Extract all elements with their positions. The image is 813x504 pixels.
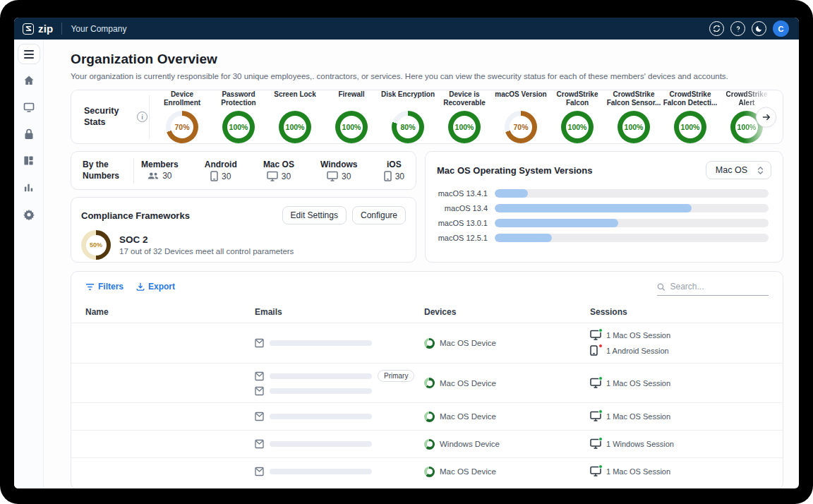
numbers-item-windows: Windows30 <box>320 160 358 181</box>
stat-progress-value: 100% <box>737 123 757 131</box>
security-stat: Firewall100% <box>323 90 380 143</box>
stat-progress-value: 70% <box>174 123 189 131</box>
divider <box>133 158 134 184</box>
security-stat: Disk Encryption80% <box>380 90 436 143</box>
device-label: Mac OS Device <box>440 379 496 388</box>
device-label: Mac OS Device <box>440 412 496 421</box>
session-item: 1 Mac OS Session <box>590 330 769 341</box>
stat-progress-value: 100% <box>455 123 474 131</box>
info-icon[interactable]: i <box>137 112 147 122</box>
help-icon[interactable] <box>730 21 745 36</box>
members-table-card: Filters Export Name Emails <box>71 271 783 488</box>
filters-label: Filters <box>98 282 124 292</box>
device-frame: zip Your Company C <box>0 0 813 504</box>
os-versions-title: Mac OS Operating System Versions <box>437 165 592 176</box>
bar-fill <box>495 204 692 212</box>
column-name: Name <box>85 307 255 317</box>
dark-mode-icon[interactable] <box>752 21 766 36</box>
search-input[interactable] <box>670 282 769 292</box>
stat-progress-value: 100% <box>681 123 700 131</box>
device-status-donut-icon <box>424 338 435 349</box>
stat-progress-value: 100% <box>568 123 587 131</box>
column-devices: Devices <box>424 307 590 317</box>
table-row[interactable]: PrimaryMac OS Device1 Mac OS Session <box>71 363 783 402</box>
device-status-donut-icon <box>424 412 435 422</box>
sidebar-item-dashboard-icon[interactable] <box>23 155 35 167</box>
sync-icon[interactable] <box>709 21 724 36</box>
compliance-frameworks-card: Compliance Frameworks Edit Settings Conf… <box>71 197 416 263</box>
table-row[interactable]: Mac OS Device1 Mac OS Session <box>71 402 783 430</box>
sidebar-item-reports-icon[interactable] <box>23 181 35 193</box>
sidebar-item-settings-icon[interactable] <box>23 208 35 220</box>
search-box[interactable] <box>657 282 769 296</box>
status-dot <box>598 344 603 348</box>
bar-track <box>495 204 769 212</box>
numbers-item-label: Android <box>205 160 237 169</box>
numbers-item-value: 30 <box>162 171 171 181</box>
sidebar-item-security-icon[interactable] <box>23 128 35 140</box>
soc2-progress-value: 50% <box>90 241 102 248</box>
scroll-right-button[interactable] <box>756 107 776 127</box>
stat-label: Password Protection <box>210 90 267 107</box>
stat-progress-ring: 100% <box>222 111 255 143</box>
stat-progress-ring: 70% <box>505 111 537 143</box>
primary-badge: Primary <box>378 370 414 382</box>
status-dot <box>598 464 603 469</box>
bar-row: macOS 13.4.1 <box>437 189 771 198</box>
bar-label: macOS 13.0.1 <box>437 219 495 227</box>
numbers-item-mac-os: Mac OS30 <box>263 160 294 181</box>
stat-label: Firewall <box>338 90 364 107</box>
bar-label: macOS 12.5.1 <box>437 234 495 242</box>
edit-settings-button[interactable]: Edit Settings <box>282 206 347 224</box>
desktop-session-icon <box>590 438 601 450</box>
bar-fill <box>495 234 552 242</box>
device-status-donut-icon <box>424 378 435 388</box>
user-avatar[interactable]: C <box>773 20 789 37</box>
phone-icon <box>384 171 392 181</box>
numbers-item-value: 30 <box>282 172 291 181</box>
filters-button[interactable]: Filters <box>85 282 124 292</box>
desktop-session-icon <box>590 378 601 389</box>
email-placeholder <box>270 388 372 394</box>
security-stat: CrowdStrike Falcon Detecti...100% <box>662 90 718 143</box>
status-dot <box>598 328 603 332</box>
stat-progress-value: 80% <box>400 123 415 131</box>
stat-progress-ring: 100% <box>674 111 706 143</box>
table-row[interactable]: Mac OS Device1 Mac OS Session1 Android S… <box>71 323 783 363</box>
bar-row: macOS 13.4 <box>437 204 771 212</box>
session-item: 1 Mac OS Session <box>590 466 769 477</box>
email-icon <box>255 439 264 449</box>
session-item: 1 Mac OS Session <box>590 378 769 389</box>
stat-label: Disk Encryption <box>381 90 435 107</box>
security-stats-label: Security Stats <box>84 106 131 128</box>
stat-label: Screen Lock <box>274 90 315 107</box>
os-select-value: Mac OS <box>716 165 747 175</box>
numbers-item-label: Mac OS <box>263 160 294 169</box>
sidebar-item-devices-icon[interactable] <box>23 101 35 113</box>
table-row[interactable]: Mac OS Device1 Mac OS Session <box>71 457 783 485</box>
session-label: 1 Windows Session <box>606 440 674 448</box>
desktop-icon <box>267 171 278 181</box>
device-label: Windows Device <box>440 440 500 448</box>
security-stat: Screen Lock100% <box>267 90 323 143</box>
zip-logo[interactable]: zip <box>23 23 53 35</box>
status-dot <box>598 437 603 441</box>
table-header-row: Name Emails Devices Sessions <box>71 301 783 323</box>
sidebar-item-home-icon[interactable] <box>23 74 35 86</box>
device-cell: Mac OS Device <box>424 378 590 388</box>
configure-button[interactable]: Configure <box>352 206 406 224</box>
bar-label: macOS 13.4.1 <box>437 189 495 198</box>
security-stat: Device is Recoverable100% <box>436 90 493 143</box>
device-label: Mac OS Device <box>440 339 496 347</box>
email-placeholder <box>270 469 372 474</box>
device-cell: Windows Device <box>424 439 590 450</box>
device-cell: Mac OS Device <box>424 467 590 477</box>
stat-label: CrowdStrike Falcon <box>549 90 606 107</box>
stat-progress-ring: 100% <box>279 111 311 143</box>
framework-name: SOC 2 <box>119 234 294 245</box>
soc2-progress-ring: 50% <box>81 230 111 260</box>
menu-toggle-button[interactable] <box>18 44 40 64</box>
table-row[interactable]: Windows Device1 Windows Session <box>71 430 783 457</box>
export-button[interactable]: Export <box>136 282 175 292</box>
os-select-dropdown[interactable]: Mac OS <box>706 161 771 179</box>
